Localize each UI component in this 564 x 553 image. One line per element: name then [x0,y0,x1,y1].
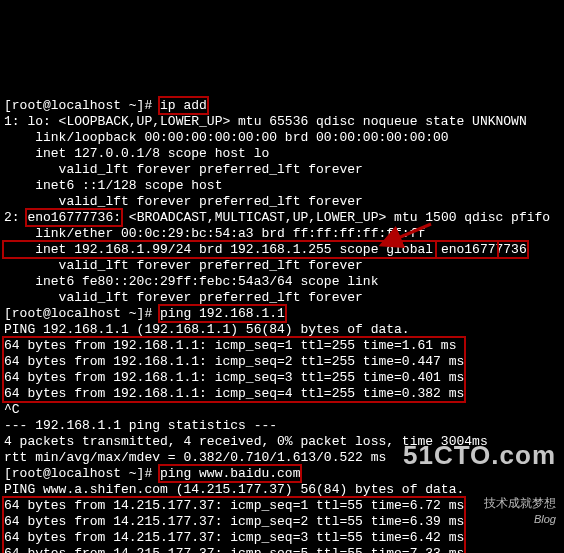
prompt: [root@localhost ~]# [4,98,152,113]
ping-reply: 64 bytes from 14.215.177.37: icmp_seq=1 … [4,498,464,513]
ping-header: PING 192.168.1.1 (192.168.1.1) 56(84) by… [4,322,410,337]
ip-line: inet6 fe80::20c:29ff:febc:54a3/64 scope … [4,274,378,289]
ip-line: valid_lft forever preferred_lft forever [4,290,363,305]
if2-idx: 2: [4,210,27,225]
ip-line: valid_lft forever preferred_lft forever [4,194,363,209]
cmd-ping-baidu: ping www.baidu.com [160,466,300,481]
ping-reply: 64 bytes from 14.215.177.37: icmp_seq=3 … [4,530,464,545]
cmd-ping-gateway: ping 192.168.1.1 [160,306,285,321]
watermark-sub: 技术成就梦想 [484,496,556,510]
cmd-ip-add: ip add [160,98,207,113]
ping-stats: rtt min/avg/max/mdev = 0.382/0.710/1.613… [4,450,386,465]
ping-reply: 64 bytes from 192.168.1.1: icmp_seq=1 tt… [4,338,456,353]
if2-inet: inet 192.168.1.99/24 brd 192.168.1.255 s… [4,242,527,257]
ping-reply: 64 bytes from 192.168.1.1: icmp_seq=4 tt… [4,386,464,401]
watermark-blog: Blog [534,513,556,525]
break: ^C [4,402,20,417]
ping-reply: 64 bytes from 14.215.177.37: icmp_seq=5 … [4,546,464,553]
ping-reply: 64 bytes from 14.215.177.37: icmp_seq=2 … [4,514,464,529]
watermark-main: 51CTO.com [403,447,556,463]
if2-flags: <BROADCAST,MULTICAST,UP,LOWER_UP> mtu 15… [121,210,550,225]
ip-line: inet 127.0.0.1/8 scope host lo [4,146,269,161]
interface-name: eno16777736: [27,210,121,225]
prompt: [root@localhost ~]# [4,466,152,481]
ping-stats: --- 192.168.1.1 ping statistics --- [4,418,277,433]
ping-replies-block: 64 bytes from 192.168.1.1: icmp_seq=1 tt… [4,338,464,401]
ip-line: link/loopback 00:00:00:00:00:00 brd 00:0… [4,130,449,145]
ping-header: PING www.a.shifen.com (14.215.177.37) 56… [4,482,464,497]
ping-reply: 64 bytes from 192.168.1.1: icmp_seq=2 tt… [4,354,464,369]
ping-reply: 64 bytes from 192.168.1.1: icmp_seq=3 tt… [4,370,464,385]
prompt: [root@localhost ~]# [4,306,152,321]
watermark: 51CTO.com 技术成就梦想 Blog [403,415,556,543]
if2-link: link/ether 00:0c:29:bc:54:a3 brd ff:ff:f… [4,226,425,241]
ip-line: valid_lft forever preferred_lft forever [4,162,363,177]
ip-line: inet6 ::1/128 scope host [4,178,222,193]
ping-replies-block: 64 bytes from 14.215.177.37: icmp_seq=1 … [4,498,464,553]
ip-line: 1: lo: <LOOPBACK,UP,LOWER_UP> mtu 65536 … [4,114,527,129]
ip-line: valid_lft forever preferred_lft forever [4,258,363,273]
